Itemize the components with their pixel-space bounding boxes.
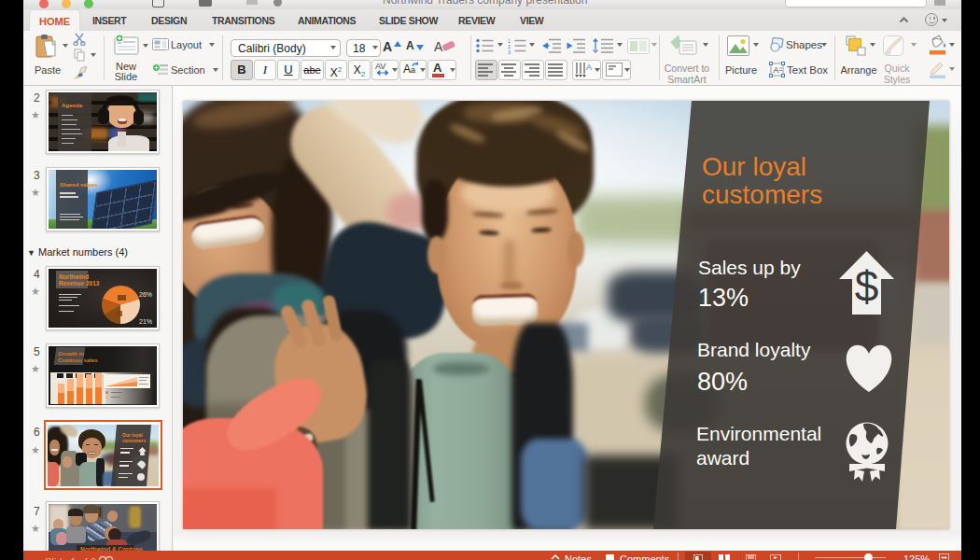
svg-text:$: $: [855, 262, 879, 311]
svg-text:A: A: [434, 39, 443, 54]
svg-text:3: 3: [508, 49, 511, 54]
svg-text:A: A: [586, 63, 592, 72]
svg-text:A: A: [774, 65, 779, 75]
svg-text:AV: AV: [375, 62, 385, 71]
